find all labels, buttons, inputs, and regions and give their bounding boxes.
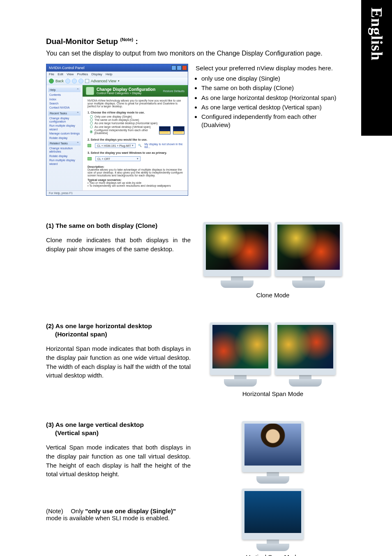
- monitor-1-icon: 1: [159, 126, 171, 134]
- menu-help[interactable]: Help: [106, 72, 112, 76]
- scenario-head: Typical usage scenarios:: [88, 178, 184, 181]
- section-3-body: Vertical Span mode indicates that both d…: [46, 443, 191, 479]
- mode-item-hspan: As one large horizontal desktop (Horizon…: [201, 94, 346, 102]
- scenario-2: • To independently set screen resolution…: [88, 184, 184, 187]
- close-icon[interactable]: [182, 65, 187, 70]
- advanced-view-label[interactable]: Advanced View: [91, 79, 116, 83]
- sidebar-item[interactable]: Index: [48, 97, 81, 102]
- radio-vspan[interactable]: As one large vertical desktop (Vertical …: [88, 125, 155, 128]
- radio-icon: [90, 118, 93, 121]
- radio-hspan[interactable]: As one large horizontal desktop (Horizon…: [88, 122, 184, 125]
- note-post: mode is available when SLI mode is enabl…: [46, 514, 170, 521]
- title-suffix: :: [136, 37, 138, 46]
- section-2-head-2: (Horizontal span): [46, 331, 191, 338]
- section-3-head-2: (Vertical span): [46, 429, 191, 437]
- maximize-icon[interactable]: [177, 65, 182, 70]
- display-select[interactable]: CL + HSM-191 + Plug-MIT ▾: [95, 143, 136, 148]
- sidebar-item[interactable]: Rotate display: [48, 154, 81, 158]
- note-bold: "only use one display (Single)": [85, 507, 176, 514]
- radio-single[interactable]: Only use one display (Single): [88, 115, 184, 118]
- refresh-icon[interactable]: [72, 79, 77, 83]
- restore-defaults-link[interactable]: Restore Defaults: [163, 90, 184, 93]
- monitor-icon: [242, 489, 304, 540]
- desc-body: Dualview allows you to take advantage of…: [88, 168, 184, 177]
- mode-item-single: only use one display (Single): [201, 74, 346, 83]
- monitor-icon: [275, 222, 342, 276]
- nvidia-window: NVIDIA Control Panel File Edit View Prof…: [46, 64, 188, 196]
- clone-caption: Clone Mode: [200, 292, 346, 299]
- content-title: Change Display Configuration: [97, 87, 155, 92]
- sidebar-item[interactable]: Manage custom timings: [48, 132, 81, 136]
- language-tab-label: English: [368, 7, 386, 61]
- menu-file[interactable]: File: [49, 72, 54, 76]
- scenario-1: • Two or more displays set up side-by-si…: [88, 181, 184, 184]
- page-content: Dual-Monitor Setup (Note) : You can set …: [46, 37, 346, 556]
- chevron-down-icon: ▾: [137, 157, 138, 160]
- find-icon: 🔍: [138, 144, 142, 147]
- content-body: NVIDIA nView technology allows you to sp…: [83, 97, 188, 190]
- sidebar-item[interactable]: Contact NVIDIA: [48, 106, 81, 110]
- sidebar-item[interactable]: Rotate display: [48, 136, 81, 140]
- view-icon[interactable]: [85, 79, 89, 83]
- back-icon[interactable]: [49, 79, 54, 83]
- page-title: Dual-Monitor Setup (Note) :: [46, 37, 346, 46]
- forward-icon[interactable]: [65, 79, 70, 83]
- radio-icon: [90, 125, 93, 128]
- radio-clone[interactable]: The same on both displays (Clone): [88, 118, 184, 121]
- modes-title: Select your preferred nView display mode…: [196, 65, 346, 72]
- menu-profiles[interactable]: Profiles: [77, 72, 88, 76]
- sidebar-head-help[interactable]: Help: [48, 88, 81, 92]
- monitor-preview: 1 2: [155, 125, 184, 136]
- section-3-head-1: (3) As one large vertical desktop: [46, 421, 191, 429]
- content-pane: Change Display Configuration Control Pan…: [83, 85, 188, 190]
- back-label[interactable]: Back: [55, 79, 64, 83]
- menu-edit[interactable]: Edit: [58, 72, 63, 76]
- sidebar-head-related[interactable]: Related Tasks: [48, 141, 81, 146]
- radio-icon: [90, 130, 92, 133]
- sidebar-item[interactable]: Contents: [48, 93, 81, 97]
- status-bar: For Help, press F1: [46, 190, 188, 195]
- sidebar-item[interactable]: Change display configuration: [48, 116, 81, 124]
- sidebar-item[interactable]: Run multiple display wizard: [48, 124, 81, 132]
- menu-display[interactable]: Display: [92, 72, 102, 76]
- monitor-2-icon: 2: [173, 126, 184, 134]
- screenshot-column: NVIDIA Control Panel File Edit View Prof…: [46, 64, 188, 204]
- minimize-icon[interactable]: [171, 65, 176, 70]
- menu-bar: File Edit View Profiles Display Help: [46, 72, 188, 77]
- title-note-sup: (Note): [120, 37, 133, 42]
- section-hspan: (2) As one large horizontal desktop (Hor…: [46, 322, 346, 397]
- monitor-icon: [242, 421, 304, 472]
- intro-text: You can set the display to output from t…: [46, 49, 346, 58]
- section-1-body: Clone mode indicates that both displays …: [46, 236, 191, 254]
- section-clone: (1) The same on both display (Clone) Clo…: [46, 222, 346, 299]
- toolbar: Back Advanced View ▾: [46, 77, 188, 85]
- monitor-icon: [203, 222, 271, 276]
- monitor-icon: [210, 322, 271, 375]
- primary-select[interactable]: CL + CRT ▾: [95, 156, 141, 161]
- radio-dualview[interactable]: Configured independently from each other…: [88, 129, 155, 134]
- not-shown-link[interactable]: My display is not shown in the list...: [144, 143, 184, 148]
- sidebar-item[interactable]: Search: [48, 102, 81, 106]
- sidebar: Help Contents Index Search Contact NVIDI…: [46, 85, 83, 190]
- section-1-head: (1) The same on both display (Clone): [46, 222, 191, 229]
- section-2-head-1: (2) As one large horizontal desktop: [46, 322, 191, 330]
- radio-icon: [90, 115, 93, 118]
- sidebar-item[interactable]: Change resolution attributes: [48, 146, 81, 154]
- menu-view[interactable]: View: [67, 72, 74, 76]
- mode-item-dualview: Configured independently from each other…: [201, 113, 346, 130]
- chevron-down-icon[interactable]: ▾: [118, 79, 120, 83]
- section-2-body: Horizontal Span mode indicates that both…: [46, 344, 191, 380]
- modes-column: Select your preferred nView display mode…: [196, 64, 346, 204]
- monitor-mini-icon: [88, 157, 92, 160]
- content-header: Change Display Configuration Control Pan…: [83, 85, 188, 97]
- radio-icon: [90, 122, 93, 125]
- desc-head: Description:: [88, 165, 184, 168]
- home-icon[interactable]: [78, 79, 83, 83]
- window-titlebar: NVIDIA Control Panel: [46, 64, 188, 72]
- chevron-down-icon: ▾: [132, 144, 134, 147]
- step-2-head: 2. Select the displays you would like to…: [88, 138, 184, 141]
- step-3-head: 3. Select the display you want Windows t…: [88, 151, 184, 154]
- vspan-image: [242, 421, 304, 551]
- sidebar-head-recent[interactable]: Recent Tasks: [48, 111, 81, 116]
- sidebar-item[interactable]: Run multiple display wizard: [48, 158, 81, 166]
